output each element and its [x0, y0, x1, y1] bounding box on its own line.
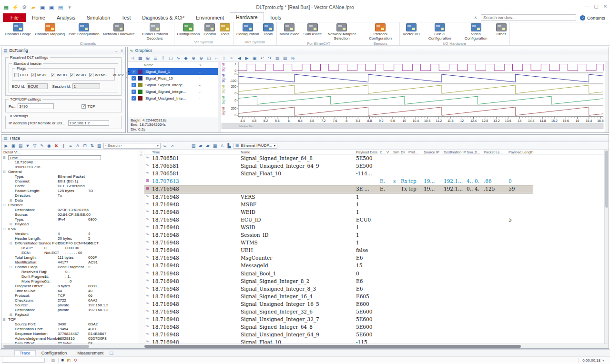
- legend-visibility-checkbox[interactable]: ✓: [132, 83, 136, 87]
- ribbon-button-configuration[interactable]: Configuration: [176, 23, 202, 37]
- fit-y-icon[interactable]: ↕: [221, 56, 227, 61]
- gutter-sort-icon[interactable]: ⌄: [139, 150, 144, 153]
- detail-tree-row[interactable]: Protocol:TCP06: [1, 293, 138, 298]
- expand-expander-icon[interactable]: ⊞: [10, 222, 12, 227]
- column-header-time[interactable]: Time: [152, 150, 160, 154]
- ribbon-button-tunnel-protocol-decoders[interactable]: Tunnel Protocol Decoders: [137, 23, 173, 41]
- trace-row[interactable]: ∿18.716948WEID1: [144, 209, 604, 216]
- zoom-in-icon[interactable]: ⊕: [191, 56, 196, 61]
- detail-tree-row[interactable]: Sequence Number:3779824487E14B8B67: [1, 332, 138, 336]
- expand-expander-icon[interactable]: ⊞: [10, 313, 12, 317]
- flag-checkbox-weid[interactable]: ✓: [51, 73, 55, 77]
- ribbon-button-control[interactable]: Control: [202, 23, 217, 37]
- undo-icon[interactable]: ↶: [259, 56, 265, 61]
- dltconfig-close-icon[interactable]: ✕: [120, 49, 123, 53]
- ribbon-button-vector-i-o[interactable]: Vector I/O: [401, 23, 421, 37]
- detail-tree-row[interactable]: ⊟TCP: [1, 317, 138, 322]
- ribbon-tab-analysis[interactable]: Analysis: [51, 13, 81, 22]
- pause-icon[interactable]: ∥: [61, 143, 66, 148]
- minus-icon[interactable]: –: [176, 143, 182, 148]
- export-icon[interactable]: ▤: [18, 143, 23, 148]
- ribbon-button-maindevice[interactable]: MainDevice: [278, 23, 301, 37]
- detail-tree-row[interactable]: Identification:44177AC91: [1, 260, 138, 265]
- delta-time-icon[interactable]: Δ: [75, 143, 81, 148]
- trace-search-combobox[interactable]: <Search>▾: [103, 143, 161, 149]
- trace-row[interactable]: ∿18.716948Session_ID1: [144, 232, 604, 239]
- detail-tree-row[interactable]: More Fragments:0. . 0: [1, 279, 138, 284]
- detail-tree-row[interactable]: ⊟IPv4: [1, 227, 138, 232]
- dock-icon[interactable]: ⊣: [130, 56, 135, 61]
- trace-row[interactable]: ∿18.716948UEHfalse: [144, 247, 604, 254]
- port-field[interactable]: 3490: [18, 103, 54, 109]
- statusbar-grid-icon[interactable]: ▦: [51, 358, 55, 363]
- trace-row[interactable]: ∿18.716948MsgCounterE6: [144, 254, 604, 262]
- detail-tree-row[interactable]: ⊟Differentiated Service FieldDSCP=0 ECN=…: [1, 241, 138, 246]
- statusbar-sync-icon[interactable]: ↻: [73, 358, 77, 363]
- column-header-prot[interactable]: Prot...: [408, 150, 418, 154]
- legend-icon[interactable]: ≣: [152, 56, 158, 61]
- detail-tree-row[interactable]: Checksum:27220AA2: [1, 298, 138, 303]
- detail-tree-row[interactable]: ⊟Control FlagsDon't Fragment2: [1, 265, 138, 270]
- detail-tree-row[interactable]: ⊞Payload: [1, 222, 138, 227]
- ecu-id-field[interactable]: ECU0: [27, 83, 48, 89]
- trace-row[interactable]: ∿18.716948Signal_Signed_Integer_16_4E605: [144, 293, 604, 301]
- legend-visibility-checkbox[interactable]: ✓: [132, 96, 136, 101]
- detail-tree-row[interactable]: Fragment Offset:0 bytes0000: [1, 284, 138, 289]
- link-icon[interactable]: ⊂: [162, 143, 168, 148]
- fix-icon[interactable]: ⊡: [82, 143, 88, 148]
- filter-edit-icon[interactable]: ✎: [39, 143, 45, 148]
- trace-row[interactable]: ∿18.716948Signal_Bool_10: [144, 270, 604, 278]
- collapse-expander-icon[interactable]: ⊟: [3, 317, 6, 322]
- ribbon-button-protocol-configuration[interactable]: Protocol Configuration: [363, 23, 398, 41]
- detail-tree-row[interactable]: ⊟Ethernet: [1, 203, 138, 208]
- layers-icon[interactable]: ▧: [96, 143, 102, 148]
- trace-row[interactable]: ∿18.716948Signal_Signed_Integer_32_65E60…: [144, 308, 604, 316]
- ribbon-button-channel-usage[interactable]: Channel Usage: [3, 23, 32, 37]
- detail-tree-row[interactable]: Header Length:20 bytes5: [1, 236, 138, 241]
- analyze-icon[interactable]: ⊿: [169, 143, 175, 148]
- column-header-dir[interactable]: Dir: [401, 150, 406, 154]
- detail-tree-row[interactable]: Channel:Eth1 (Eth 1): [1, 179, 138, 184]
- color-icon[interactable]: ▙: [226, 143, 232, 148]
- trace-row[interactable]: ∿18.706581Signal_Unsigned_Integer_64_95E…: [144, 162, 604, 170]
- trace-horizontal-scrollbar[interactable]: [1, 344, 609, 348]
- grid-icon[interactable]: ▦: [137, 56, 143, 61]
- zoom-out-icon[interactable]: ⊖: [198, 56, 204, 61]
- tcp-checkbox[interactable]: ✓: [81, 104, 86, 109]
- column-header-dst_port[interactable]: D...: [475, 150, 480, 154]
- font-icon[interactable]: A: [219, 143, 225, 148]
- collapse-expander-icon[interactable]: ⊟: [3, 203, 6, 208]
- detail-tree-row[interactable]: Packet Length:125 bytes7D: [1, 189, 138, 193]
- session-id-field[interactable]: 1: [72, 83, 100, 89]
- trace-filter-combobox[interactable]: ▦Ethernet IP/UDP...▾: [234, 143, 277, 149]
- detail-tree-row[interactable]: 18.716948: [1, 160, 138, 165]
- trace-row[interactable]: ▦18.707613E.sRxtcp19...192.1...4..0..660: [144, 178, 604, 185]
- sync-icon[interactable]: ▣: [252, 56, 257, 61]
- signal-waveform-plot[interactable]: 10Signal0-100Signal2000Signal0Signal2000…: [221, 62, 605, 132]
- collapse-expander-icon[interactable]: ⊟: [10, 265, 12, 270]
- break-icon[interactable]: ≡: [68, 143, 73, 148]
- column-header-payload_len[interactable]: Payload Length: [508, 150, 533, 154]
- start-icon[interactable]: ▶: [3, 143, 9, 148]
- statusbar-filter-icon[interactable]: ◩: [67, 358, 71, 363]
- ribbon-button-tools[interactable]: Tools: [218, 23, 232, 37]
- ribbon-tab-simulation[interactable]: Simulation: [81, 13, 116, 22]
- column-header-dst_ip[interactable]: Destination IP: [444, 150, 466, 154]
- trace-row[interactable]: ∿18.706581Signal_Float_10-114...: [144, 170, 604, 178]
- detail-tree-row[interactable]: Destination Port:194544BFE: [1, 327, 138, 332]
- percent-icon[interactable]: %: [290, 56, 295, 61]
- zoom-window-icon[interactable]: ◫: [206, 56, 212, 61]
- legend-row[interactable]: ✓Signal_Float_10-: [128, 75, 218, 81]
- maximize-icon[interactable]: ▢: [594, 4, 598, 9]
- dltconfig-titlebar[interactable]: ▤ DLTconfig ⌄✕: [1, 47, 125, 54]
- legend-row[interactable]: ✓Signal_Signed_Intege...-: [128, 88, 218, 95]
- trace-row[interactable]: ∿18.716948Signal_Unsigned_Integer_64_95E…: [144, 331, 604, 339]
- legend-visibility-checkbox[interactable]: ✓: [132, 76, 136, 81]
- ribbon-button-network-hardware[interactable]: Network Hardware: [102, 23, 136, 37]
- bottom-tab-configuration[interactable]: Configuration: [37, 351, 72, 355]
- minus2-icon[interactable]: –: [183, 143, 189, 148]
- legend-visibility-checkbox[interactable]: ✓: [132, 70, 136, 74]
- detail-tree-row[interactable]: Direction:Tx: [1, 193, 138, 198]
- ribbon-button-other[interactable]: Other: [495, 23, 508, 37]
- ribbon-button-network-adapter-selection[interactable]: Network Adapter Selection: [324, 23, 359, 41]
